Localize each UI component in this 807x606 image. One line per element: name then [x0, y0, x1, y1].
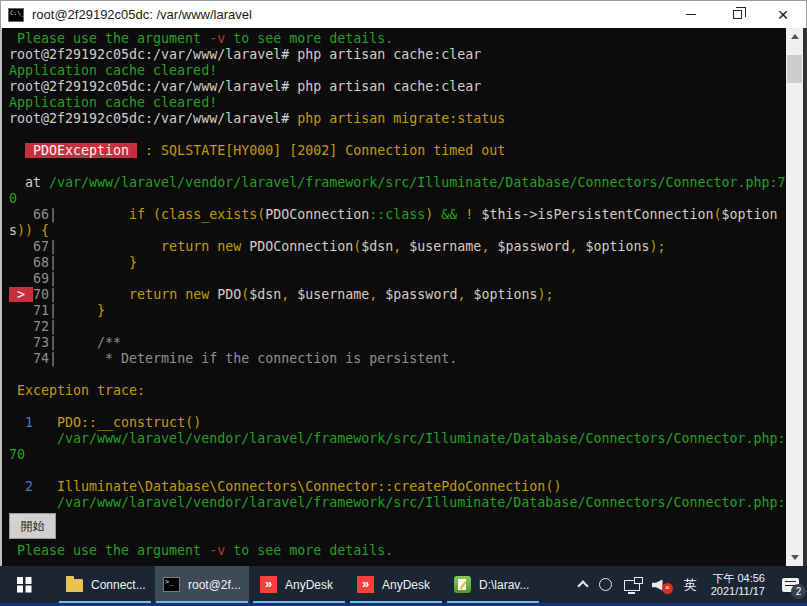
restore-button[interactable] [714, 1, 760, 28]
start-button[interactable] [0, 566, 48, 603]
minimize-icon [686, 14, 696, 15]
terminal-output: Please use the argument -v to see more d… [2, 28, 786, 566]
scroll-down-icon [791, 555, 799, 560]
terminal-line [9, 367, 786, 383]
window-titlebar: root@2f29192c05dc: /var/www/laravel × [0, 0, 807, 28]
terminal-line: > 70| return new PDO($dsn, $username, $p… [9, 287, 786, 303]
console-icon [163, 577, 180, 592]
window-right-border [803, 28, 807, 566]
terminal-line: Application cache cleared! [9, 95, 786, 111]
system-tray: × 英 下午 04:56 2021/11/17 2 [573, 566, 807, 603]
taskbar-app-label: D:\larav... [479, 578, 529, 592]
terminal-line: 66| if (class_exists(PDOConnection::clas… [9, 207, 786, 223]
volume-button[interactable]: × [646, 566, 678, 603]
terminal-line: 68| } [9, 255, 786, 271]
ime-language-button[interactable]: 英 [678, 566, 703, 603]
clock-date: 2021/11/17 [711, 585, 765, 598]
console-app-icon [8, 8, 24, 22]
taskbar-app-label: root@2f... [188, 578, 241, 592]
terminal-scrollbar[interactable] [786, 28, 803, 566]
terminal-line: 46 [9, 511, 786, 527]
speaker-muted-icon: × [652, 579, 666, 591]
taskbar-app-anydesk[interactable]: AnyDesk [349, 566, 443, 603]
clock[interactable]: 下午 04:56 2021/11/17 [703, 572, 773, 598]
ime-language-label: 英 [684, 576, 697, 594]
taskbar-app-notepad[interactable]: D:\larav... [446, 566, 540, 603]
terminal-line: /var/www/laravel/vendor/laravel/framewor… [9, 495, 786, 511]
window-title: root@2f29192c05dc: /var/www/laravel [32, 7, 252, 22]
terminal-window: Please use the argument -v to see more d… [0, 28, 807, 566]
terminal-line: at /var/www/laravel/vendor/laravel/frame… [9, 175, 786, 191]
terminal-line: 71| } [9, 303, 786, 319]
terminal-line: PDOException : SQLSTATE[HY000] [2002] Co… [9, 143, 786, 159]
terminal-line [9, 399, 786, 415]
terminal-line: Exception trace: [9, 383, 786, 399]
mute-x-badge: × [662, 583, 673, 594]
terminal-line [9, 159, 786, 175]
taskbar-apps: Connect...root@2f...AnyDeskAnyDeskD:\lar… [58, 566, 543, 603]
terminal-line: 73| /** [9, 335, 786, 351]
anydesk-icon [357, 576, 374, 593]
terminal-line: 72| [9, 319, 786, 335]
terminal-line: s)) { [9, 223, 786, 239]
action-center-button[interactable]: 2 [773, 566, 807, 603]
terminal-line [9, 463, 786, 479]
notepad-icon [454, 576, 471, 593]
terminal-line: 70 [9, 447, 786, 463]
terminal-line: root@2f29192c05dc:/var/www/laravel# php … [9, 79, 786, 95]
scroll-down-button[interactable] [786, 549, 803, 566]
taskbar-app-label: Connect... [91, 578, 146, 592]
taskbar-app-anydesk[interactable]: AnyDesk [252, 566, 346, 603]
close-button[interactable]: × [760, 1, 806, 28]
taskbar-app-label: AnyDesk [382, 578, 430, 592]
terminal-line: Please use the argument -v to see more d… [9, 31, 786, 47]
minimize-button[interactable] [668, 1, 714, 28]
terminal-line: Application cache cleared! [9, 63, 786, 79]
terminal-line: Please use the argument -v to see more d… [9, 543, 786, 559]
chevron-up-icon [577, 580, 588, 591]
folder-icon [66, 579, 83, 592]
restore-icon [733, 10, 742, 19]
tray-app-button[interactable] [593, 566, 618, 603]
taskbar-app-console[interactable]: root@2f... [155, 566, 249, 603]
close-icon: × [777, 5, 788, 24]
desktop-screen: root@2f29192c05dc: /var/www/laravel × Pl… [0, 0, 807, 606]
terminal-line: 69| [9, 271, 786, 287]
scroll-up-icon [791, 34, 799, 39]
windows-logo-icon [17, 577, 32, 592]
notification-count-badge: 2 [791, 584, 806, 599]
terminal-line: 1 PDO::__construct() [9, 415, 786, 431]
clock-time: 下午 04:56 [711, 572, 765, 585]
start-tooltip: 開始 [9, 513, 56, 539]
network-icon [624, 580, 640, 591]
terminal-line: 2 Illuminate\Database\Connectors\Connect… [9, 479, 786, 495]
show-hidden-icons-button[interactable] [573, 566, 593, 603]
anydesk-icon [260, 576, 277, 593]
scroll-up-button[interactable] [786, 28, 803, 45]
terminal-line: 67| return new PDOConnection($dsn, $user… [9, 239, 786, 255]
taskbar: Connect...root@2f...AnyDeskAnyDeskD:\lar… [0, 566, 807, 603]
terminal-line: 74| * Determine if the connection is per… [9, 351, 786, 367]
scrollbar-thumb[interactable] [787, 55, 802, 83]
terminal-line: root@2f29192c05dc:/var/www/laravel# php … [9, 47, 786, 63]
taskbar-app-label: AnyDesk [285, 578, 333, 592]
terminal-line: 0 [9, 191, 786, 207]
circle-tray-icon [599, 578, 612, 591]
terminal-line: root@2f29192c05dc:/var/www/laravel# php … [9, 111, 786, 127]
terminal-line [9, 527, 786, 543]
network-button[interactable] [618, 566, 646, 603]
terminal-line [9, 127, 786, 143]
terminal-line: /var/www/laravel/vendor/laravel/framewor… [9, 431, 786, 447]
taskbar-app-folder[interactable]: Connect... [58, 566, 152, 603]
